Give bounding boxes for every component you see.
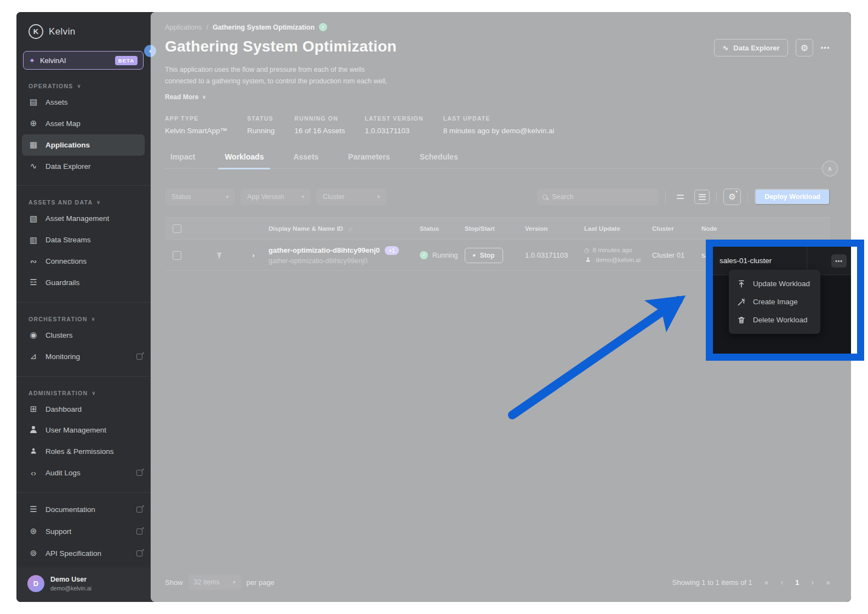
data-explorer-icon: ∿ <box>28 161 38 171</box>
kelvin-logo-icon: K <box>28 24 43 39</box>
sidebar-item-data-streams[interactable]: ▥ Data Streams <box>16 229 150 251</box>
avatar: D <box>27 575 44 592</box>
sidebar-item-connections[interactable]: ∾ Connections <box>16 251 150 272</box>
update-workload-icon <box>737 280 746 288</box>
external-link-icon <box>136 470 142 476</box>
data-streams-icon: ▥ <box>28 235 38 245</box>
section-orchestration[interactable]: ORCHESTRATION ∨ <box>28 316 150 322</box>
sparkle-icon: ✦ <box>29 56 35 65</box>
sidebar-item-dashboard[interactable]: ⊞ Dashboard <box>16 399 150 420</box>
sidebar-item-roles-permissions[interactable]: Roles & Permissions <box>16 441 150 462</box>
delete-trash-icon <box>737 316 746 325</box>
roles-permissions-icon <box>28 447 38 456</box>
section-administration[interactable]: ADMINISTRATION ∨ <box>28 390 150 396</box>
kelvinai-label: KelvinAI <box>40 56 110 65</box>
user-management-icon <box>28 425 38 435</box>
external-link-icon <box>136 507 142 513</box>
sidebar-item-monitoring[interactable]: ⊿ Monitoring <box>16 346 150 367</box>
assets-icon: ▤ <box>28 97 38 107</box>
sidebar-item-data-explorer[interactable]: ∿ Data Explorer <box>16 156 150 177</box>
support-icon: ⊛ <box>28 526 38 536</box>
sidebar-item-documentation[interactable]: ☰ Documentation <box>16 498 150 520</box>
external-link-icon <box>136 354 142 360</box>
sidebar: K Kelvin ‹ ✦ KelvinAI BETA OPERATIONS ∨ … <box>16 12 151 602</box>
chevron-down-icon: ∨ <box>92 390 96 396</box>
divider <box>16 185 150 186</box>
sidebar-item-support[interactable]: ⊛ Support <box>16 520 150 542</box>
asset-management-icon: ▧ <box>28 214 38 224</box>
external-link-icon <box>136 528 142 535</box>
highlighted-node-panel: sales-01-cluster ••• Update Workload Cre… <box>713 247 851 354</box>
create-image-wand-icon <box>737 298 746 306</box>
workload-context-menu: Update Workload Create Image Delete Work… <box>729 270 820 334</box>
divider <box>16 302 150 303</box>
chevron-down-icon: ∨ <box>96 200 101 205</box>
chevron-down-icon: ∨ <box>92 316 96 322</box>
external-link-icon <box>136 550 142 556</box>
menu-item-update-workload[interactable]: Update Workload <box>729 275 820 293</box>
documentation-icon: ☰ <box>28 504 38 514</box>
workload-actions-button[interactable]: ••• <box>831 254 847 268</box>
brand-logo: K Kelvin <box>16 12 150 49</box>
user-name: Demo User <box>50 576 92 583</box>
sidebar-item-asset-map[interactable]: ⊕ Asset Map <box>16 113 150 134</box>
menu-item-delete-workload[interactable]: Delete Workload <box>729 311 820 329</box>
section-operations[interactable]: OPERATIONS ∨ <box>28 83 150 89</box>
divider <box>16 376 150 377</box>
sidebar-item-guardrails[interactable]: ☲ Guardrails <box>16 272 150 293</box>
brand-name: Kelvin <box>49 26 76 37</box>
clusters-icon: ◉ <box>28 330 38 340</box>
section-assets-and-data[interactable]: ASSETS AND DATA ∨ <box>28 199 150 206</box>
divider <box>16 492 150 493</box>
asset-map-icon: ⊕ <box>28 118 38 128</box>
sidebar-bottom-group: ☰ Documentation ⊛ Support ⊚ API Specific… <box>16 484 150 602</box>
sidebar-item-applications[interactable]: ▦ Applications <box>22 134 145 156</box>
user-profile[interactable]: D Demo User demo@kelvin.ai <box>16 567 150 602</box>
node-name: sales-01-cluster <box>719 257 772 265</box>
monitoring-icon: ⊿ <box>28 351 38 361</box>
sidebar-item-asset-management[interactable]: ▧ Asset Management <box>16 208 150 229</box>
applications-icon: ▦ <box>28 140 38 150</box>
sidebar-item-audit-logs[interactable]: ‹› Audit Logs <box>16 462 150 484</box>
annotation-arrow <box>482 274 712 428</box>
dashboard-icon: ⊞ <box>28 404 38 414</box>
sidebar-item-clusters[interactable]: ◉ Clusters <box>16 325 150 346</box>
connections-icon: ∾ <box>28 257 38 266</box>
api-specification-icon: ⊚ <box>28 548 38 558</box>
menu-item-create-image[interactable]: Create Image <box>729 293 820 311</box>
sidebar-item-user-management[interactable]: User Management <box>16 420 150 441</box>
beta-badge: BETA <box>115 56 138 65</box>
sidebar-item-api-specification[interactable]: ⊚ API Specification <box>16 542 150 564</box>
sidebar-item-kelvinai[interactable]: ✦ KelvinAI BETA <box>23 51 144 70</box>
user-email: demo@kelvin.ai <box>50 585 92 592</box>
audit-logs-icon: ‹› <box>28 468 38 477</box>
guardrails-icon: ☲ <box>28 277 38 287</box>
sidebar-item-assets[interactable]: ▤ Assets <box>16 92 150 113</box>
chevron-down-icon: ∨ <box>77 83 82 89</box>
